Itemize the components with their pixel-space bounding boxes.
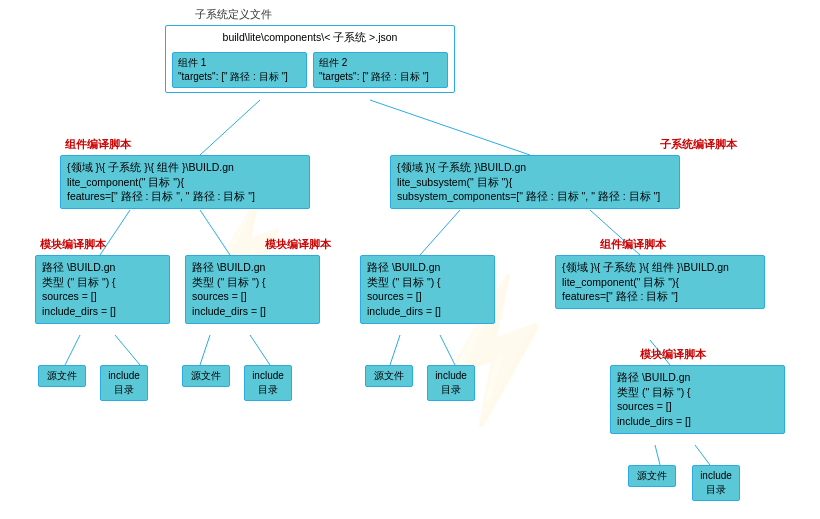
diagram: ⚡ ⚡ 子系统定义文件 (0, 0, 820, 519)
module3-line3: include_dirs = [] (367, 304, 488, 319)
svg-line-14 (695, 445, 710, 465)
module3-path: 路径 \BUILD.gn (367, 260, 488, 275)
module1-line1: 类型 (" 目标 ") { (42, 275, 163, 290)
label-module2: 模块编译脚本 (265, 238, 331, 252)
module2-line3: include_dirs = [] (192, 304, 313, 319)
svg-line-11 (440, 335, 455, 365)
svg-line-4 (420, 210, 460, 255)
module1-node: 路径 \BUILD.gn 类型 (" 目标 ") { sources = [] … (35, 255, 170, 324)
label-module4: 模块编译脚本 (640, 348, 706, 362)
module2-line1: 类型 (" 目标 ") { (192, 275, 313, 290)
comp2-content: "targets": [" 路径 : 目标 "] (319, 70, 442, 84)
include4-node: include目录 (692, 465, 740, 501)
module2-line2: sources = [] (192, 289, 313, 304)
component-right-node: {领域 }\{ 子系统 }\{ 组件 }\BUILD.gn lite_compo… (555, 255, 765, 309)
module1-path: 路径 \BUILD.gn (42, 260, 163, 275)
source3-node: 源文件 (365, 365, 413, 387)
module4-node: 路径 \BUILD.gn 类型 (" 目标 ") { sources = [] … (610, 365, 785, 434)
svg-line-3 (200, 210, 230, 255)
top-node-path: build\lite\components\< 子系统 >.json (172, 30, 448, 45)
label-subsystem-def: 子系统定义文件 (195, 8, 272, 22)
comp1-content: "targets": [" 路径 : 目标 "] (178, 70, 301, 84)
component-right-line2: features=[" 路径 : 目标 "] (562, 289, 758, 304)
svg-line-13 (655, 445, 660, 465)
include1-node: include目录 (100, 365, 148, 401)
label-module3: 组件编译脚本 (600, 238, 666, 252)
comp1-label: 组件 1 (178, 56, 301, 70)
right-subsystem-path: {领域 }\{ 子系统 }\BUILD.gn (397, 160, 673, 175)
right-subsystem-line1: lite_subsystem(" 目标 "){ (397, 175, 673, 190)
module1-line3: include_dirs = [] (42, 304, 163, 319)
module4-line3: include_dirs = [] (617, 414, 778, 429)
svg-line-6 (65, 335, 80, 365)
comp2-label: 组件 2 (319, 56, 442, 70)
label-subsystem-build: 子系统编译脚本 (660, 138, 737, 152)
svg-line-8 (200, 335, 210, 365)
label-component-build: 组件编译脚本 (65, 138, 131, 152)
comp1-node: 组件 1 "targets": [" 路径 : 目标 "] (172, 52, 307, 88)
left-component-line1: lite_component(" 目标 "){ (67, 175, 303, 190)
component-right-line1: lite_component(" 目标 "){ (562, 275, 758, 290)
module3-line1: 类型 (" 目标 ") { (367, 275, 488, 290)
svg-line-0 (200, 100, 260, 155)
module2-node: 路径 \BUILD.gn 类型 (" 目标 ") { sources = [] … (185, 255, 320, 324)
svg-line-1 (370, 100, 530, 155)
left-component-node: {领域 }\{ 子系统 }\{ 组件 }\BUILD.gn lite_compo… (60, 155, 310, 209)
include3-node: include目录 (427, 365, 475, 401)
right-subsystem-node: {领域 }\{ 子系统 }\BUILD.gn lite_subsystem(" … (390, 155, 680, 209)
source1-node: 源文件 (38, 365, 86, 387)
left-component-path: {领域 }\{ 子系统 }\{ 组件 }\BUILD.gn (67, 160, 303, 175)
module3-node: 路径 \BUILD.gn 类型 (" 目标 ") { sources = [] … (360, 255, 495, 324)
module4-path: 路径 \BUILD.gn (617, 370, 778, 385)
module2-path: 路径 \BUILD.gn (192, 260, 313, 275)
label-module1: 模块编译脚本 (40, 238, 106, 252)
component-right-path: {领域 }\{ 子系统 }\{ 组件 }\BUILD.gn (562, 260, 758, 275)
module1-line2: sources = [] (42, 289, 163, 304)
module3-line2: sources = [] (367, 289, 488, 304)
left-component-line2: features=[" 路径 : 目标 ", " 路径 : 目标 "] (67, 189, 303, 204)
svg-line-10 (390, 335, 400, 365)
module4-line2: sources = [] (617, 399, 778, 414)
svg-line-9 (250, 335, 270, 365)
source2-node: 源文件 (182, 365, 230, 387)
top-node: build\lite\components\< 子系统 >.json 组件 1 … (165, 25, 455, 93)
right-subsystem-line2: subsystem_components=[" 路径 : 目标 ", " 路径 … (397, 189, 673, 204)
svg-line-7 (115, 335, 140, 365)
comp2-node: 组件 2 "targets": [" 路径 : 目标 "] (313, 52, 448, 88)
include2-node: include目录 (244, 365, 292, 401)
source4-node: 源文件 (628, 465, 676, 487)
module4-line1: 类型 (" 目标 ") { (617, 385, 778, 400)
